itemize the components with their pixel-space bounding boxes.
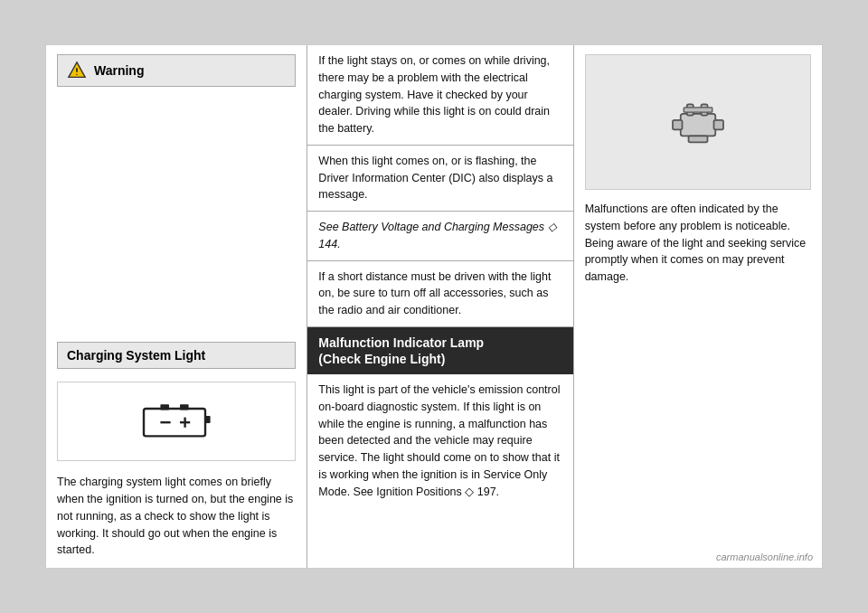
malfunction-header-line2: (Check Engine Light)	[318, 352, 445, 366]
battery-icon-area	[57, 382, 296, 461]
warning-image-area	[57, 96, 296, 333]
svg-rect-10	[681, 114, 716, 137]
svg-rect-3	[144, 409, 205, 436]
watermark: carmanualsonline.info	[716, 552, 813, 562]
battery-icon	[140, 399, 212, 444]
mid-block5: This light is part of the vehicle's emis…	[307, 374, 572, 507]
right-body-text: Malfunctions are often indicated by the …	[574, 195, 822, 291]
mid-column: If the light stays on, or comes on while…	[307, 45, 573, 568]
mid-block4: If a short distance must be driven with …	[307, 261, 572, 327]
page-wrapper: Warning Charging System Light The cha	[45, 44, 823, 569]
warning-icon	[67, 61, 87, 80]
malfunction-header: Malfunction Indicator Lamp (Check Engine…	[307, 327, 572, 374]
svg-rect-11	[673, 120, 683, 130]
mid-block1: If the light stays on, or comes on while…	[307, 45, 572, 146]
left-column: Warning Charging System Light The cha	[46, 45, 307, 568]
svg-rect-16	[688, 136, 707, 142]
charging-system-header: Charging System Light	[57, 342, 296, 369]
right-column: Malfunctions are often indicated by the …	[574, 45, 822, 568]
engine-icon	[666, 95, 730, 149]
mid-block2: When this light comes on, or is flashing…	[307, 146, 572, 212]
mid-block3: See Battery Voltage and Charging Message…	[307, 212, 572, 261]
svg-rect-4	[205, 416, 211, 423]
svg-rect-5	[161, 404, 170, 410]
svg-rect-12	[713, 120, 723, 130]
warning-label: Warning	[94, 63, 144, 78]
svg-rect-6	[180, 404, 189, 410]
svg-rect-15	[684, 108, 712, 112]
warning-box: Warning	[57, 54, 296, 87]
engine-image-area	[585, 54, 811, 190]
malfunction-header-line1: Malfunction Indicator Lamp	[318, 335, 484, 350]
svg-point-2	[76, 74, 77, 75]
charging-system-text: The charging system light comes on brief…	[57, 474, 296, 559]
